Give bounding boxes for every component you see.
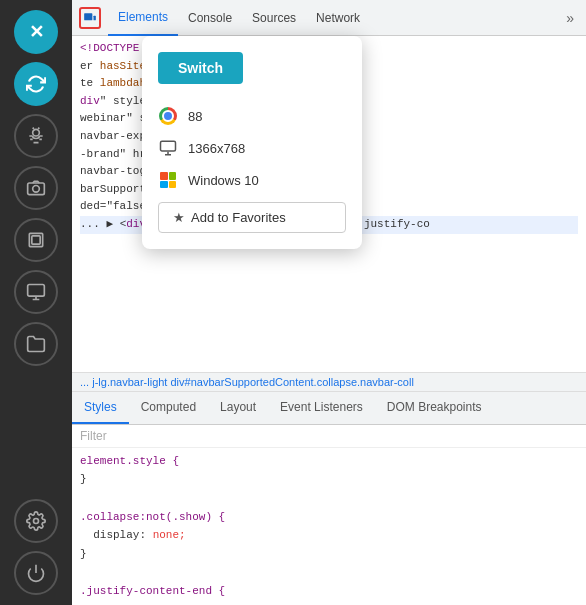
css-source-panel: element.style { } .collapse:not(.show) {…	[72, 448, 586, 606]
monitor-icon	[158, 138, 178, 158]
svg-rect-8	[84, 13, 92, 20]
tab-console[interactable]: Console	[178, 0, 242, 36]
filter-bar: Filter	[72, 425, 586, 448]
tab-dom-breakpoints[interactable]: DOM Breakpoints	[375, 392, 494, 424]
tab-layout[interactable]: Layout	[208, 392, 268, 424]
styles-tab-bar: Styles Computed Layout Event Listeners D…	[72, 392, 586, 425]
svg-point-0	[33, 129, 40, 136]
breadcrumb: ... j-lg.navbar-light div#navbarSupporte…	[72, 372, 586, 392]
css-close-1: }	[80, 473, 87, 485]
devtools-panel: Elements Console Sources Network » Switc…	[72, 0, 586, 605]
css-selector-2: .collapse:not(.show) {	[80, 511, 225, 523]
popup-version-item: 88	[158, 100, 346, 132]
chrome-icon	[158, 106, 178, 126]
svg-rect-4	[32, 236, 40, 244]
os-text: Windows 10	[188, 173, 259, 188]
power-button[interactable]	[14, 551, 58, 595]
svg-rect-10	[161, 141, 176, 151]
monitor-button[interactable]	[14, 270, 58, 314]
resolution-text: 1366x768	[188, 141, 245, 156]
version-text: 88	[188, 109, 202, 124]
settings-button[interactable]	[14, 499, 58, 543]
css-block-3: .justify-content-end {	[80, 582, 578, 601]
popup-resolution-item: 1366x768	[158, 132, 346, 164]
tab-computed[interactable]: Computed	[129, 392, 208, 424]
device-icon-inner	[79, 7, 101, 29]
css-block-1: element.style { }	[80, 452, 578, 489]
layers-button[interactable]	[14, 218, 58, 262]
tab-elements[interactable]: Elements	[108, 0, 178, 36]
more-tabs-button[interactable]: »	[558, 6, 582, 30]
devtools-tab-bar: Elements Console Sources Network »	[72, 0, 586, 36]
tab-styles[interactable]: Styles	[72, 392, 129, 424]
close-button[interactable]: ✕	[14, 10, 58, 54]
css-selector-3: .justify-content-end {	[80, 585, 225, 597]
css-close-2: }	[80, 548, 87, 560]
css-value-none: none;	[153, 529, 186, 541]
tab-sources[interactable]: Sources	[242, 0, 306, 36]
devtools-icon	[76, 4, 104, 32]
css-block-2: .collapse:not(.show) { display: none; }	[80, 508, 578, 564]
svg-point-6	[34, 519, 39, 524]
tab-event-listeners[interactable]: Event Listeners	[268, 392, 375, 424]
svg-point-2	[33, 186, 40, 193]
folder-button[interactable]	[14, 322, 58, 366]
sidebar: ✕	[0, 0, 72, 605]
css-selector-1: element.style {	[80, 455, 179, 467]
breadcrumb-text: ... j-lg.navbar-light div#navbarSupporte…	[80, 376, 414, 388]
tab-network[interactable]: Network	[306, 0, 370, 36]
css-prop-display: display:	[93, 529, 152, 541]
star-icon: ★	[173, 210, 185, 225]
popup-os-item: Windows 10	[158, 164, 346, 196]
bug-button[interactable]	[14, 114, 58, 158]
filter-label: Filter	[80, 429, 107, 443]
windows-icon	[158, 170, 178, 190]
switch-button[interactable]: Switch	[158, 52, 243, 84]
svg-rect-9	[94, 15, 96, 20]
svg-rect-5	[28, 285, 45, 297]
popup-card: Switch 88 1366x768	[142, 36, 362, 249]
favorites-label: Add to Favorites	[191, 210, 286, 225]
sync-button[interactable]	[14, 62, 58, 106]
add-to-favorites-button[interactable]: ★ Add to Favorites	[158, 202, 346, 233]
camera-button[interactable]	[14, 166, 58, 210]
